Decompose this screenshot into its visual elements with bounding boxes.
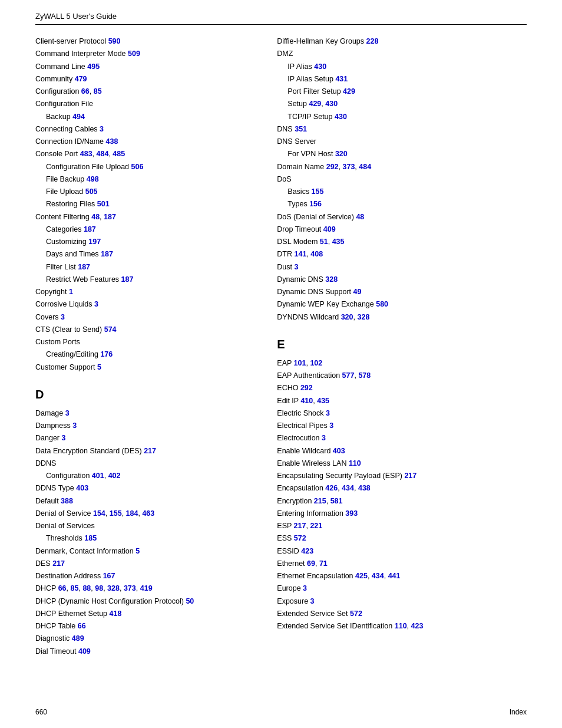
index-link[interactable]: 483: [80, 150, 92, 158]
index-link[interactable]: 320: [335, 150, 348, 158]
index-link[interactable]: 403: [333, 447, 345, 455]
index-link[interactable]: 431: [335, 75, 348, 83]
index-link[interactable]: 3: [295, 263, 299, 271]
index-link[interactable]: 98: [95, 584, 103, 592]
index-link[interactable]: 409: [323, 225, 336, 233]
index-link[interactable]: 101: [294, 359, 306, 367]
index-link[interactable]: 66: [78, 622, 86, 630]
index-link[interactable]: 351: [295, 125, 307, 133]
index-link[interactable]: 435: [317, 397, 329, 405]
index-link[interactable]: 580: [376, 300, 388, 308]
index-link[interactable]: 187: [78, 263, 90, 271]
index-link[interactable]: 328: [107, 584, 120, 592]
index-link[interactable]: 373: [124, 584, 136, 592]
index-link[interactable]: 50: [186, 597, 194, 605]
index-link[interactable]: 184: [126, 509, 138, 518]
index-link[interactable]: 49: [353, 288, 362, 296]
index-link[interactable]: 215: [314, 497, 326, 505]
index-link[interactable]: 574: [104, 325, 117, 334]
index-link[interactable]: 572: [294, 534, 306, 542]
index-link[interactable]: 435: [332, 238, 345, 246]
index-link[interactable]: 3: [65, 409, 70, 417]
index-link[interactable]: 3: [303, 584, 307, 592]
index-link[interactable]: 187: [101, 250, 113, 258]
index-link[interactable]: 110: [395, 622, 407, 630]
index-link[interactable]: 393: [345, 509, 358, 518]
index-link[interactable]: 1: [69, 288, 73, 296]
index-link[interactable]: 578: [358, 371, 371, 380]
index-link[interactable]: 489: [72, 634, 84, 643]
index-link[interactable]: 3: [94, 300, 98, 308]
index-link[interactable]: 3: [100, 125, 104, 133]
index-link[interactable]: 438: [106, 137, 118, 146]
index-link[interactable]: 167: [103, 572, 115, 580]
index-link[interactable]: 3: [326, 409, 330, 417]
index-link[interactable]: 430: [335, 113, 347, 121]
index-link[interactable]: 425: [355, 572, 368, 580]
index-link[interactable]: 88: [82, 584, 91, 592]
index-link[interactable]: 484: [359, 163, 371, 171]
index-link[interactable]: 66: [81, 87, 90, 95]
index-link[interactable]: 217: [294, 522, 306, 530]
index-link[interactable]: 429: [309, 100, 321, 108]
index-link[interactable]: 506: [131, 163, 144, 171]
index-link[interactable]: 418: [110, 610, 122, 618]
index-link[interactable]: 48: [356, 213, 364, 221]
index-link[interactable]: 110: [349, 459, 361, 467]
index-link[interactable]: 434: [372, 572, 384, 580]
index-link[interactable]: 176: [100, 350, 113, 358]
index-link[interactable]: 320: [341, 313, 353, 321]
index-link[interactable]: 5: [97, 363, 101, 371]
index-link[interactable]: 402: [108, 472, 121, 480]
index-link[interactable]: 494: [72, 113, 85, 121]
index-link[interactable]: 85: [94, 87, 102, 95]
index-link[interactable]: 3: [61, 313, 65, 321]
index-link[interactable]: 292: [300, 384, 313, 392]
index-link[interactable]: 217: [144, 447, 156, 455]
index-link[interactable]: 3: [322, 434, 326, 442]
index-link[interactable]: 498: [87, 175, 99, 183]
index-link[interactable]: 197: [88, 238, 101, 246]
index-link[interactable]: 572: [350, 610, 362, 618]
index-link[interactable]: 328: [357, 313, 369, 321]
index-link[interactable]: 217: [52, 559, 65, 568]
index-link[interactable]: 479: [75, 75, 87, 83]
index-link[interactable]: 69: [307, 559, 315, 568]
index-link[interactable]: 3: [61, 434, 65, 442]
index-link[interactable]: 187: [84, 225, 96, 233]
index-link[interactable]: 495: [87, 62, 100, 71]
index-link[interactable]: 410: [300, 397, 313, 405]
index-link[interactable]: 403: [76, 484, 88, 492]
index-link[interactable]: 156: [309, 200, 322, 208]
index-link[interactable]: 221: [310, 522, 322, 530]
index-link[interactable]: 85: [71, 584, 79, 592]
index-link[interactable]: 71: [319, 559, 328, 568]
index-link[interactable]: 463: [142, 509, 154, 518]
index-link[interactable]: 48: [91, 213, 100, 221]
index-link[interactable]: 292: [326, 163, 339, 171]
index-link[interactable]: 66: [58, 584, 67, 592]
index-link[interactable]: 423: [301, 547, 313, 555]
index-link[interactable]: 430: [314, 62, 326, 71]
index-link[interactable]: 141: [294, 250, 306, 258]
index-link[interactable]: 3: [329, 421, 333, 430]
index-link[interactable]: 154: [93, 509, 105, 518]
index-link[interactable]: 505: [85, 187, 98, 196]
index-link[interactable]: 3: [310, 597, 315, 605]
index-link[interactable]: 408: [310, 250, 323, 258]
index-link[interactable]: 423: [411, 622, 424, 630]
index-link[interactable]: 484: [97, 150, 109, 158]
index-link[interactable]: 51: [320, 238, 328, 246]
index-link[interactable]: 155: [312, 187, 324, 196]
index-link[interactable]: 3: [72, 421, 77, 430]
index-link[interactable]: 328: [325, 275, 338, 284]
index-link[interactable]: 187: [104, 213, 116, 221]
index-link[interactable]: 485: [113, 150, 125, 158]
index-link[interactable]: 217: [404, 472, 416, 480]
index-link[interactable]: 509: [128, 50, 140, 58]
index-link[interactable]: 373: [343, 163, 355, 171]
index-link[interactable]: 441: [388, 572, 401, 580]
index-link[interactable]: 5: [135, 547, 140, 555]
index-link[interactable]: 438: [358, 484, 371, 492]
index-link[interactable]: 577: [342, 371, 355, 380]
